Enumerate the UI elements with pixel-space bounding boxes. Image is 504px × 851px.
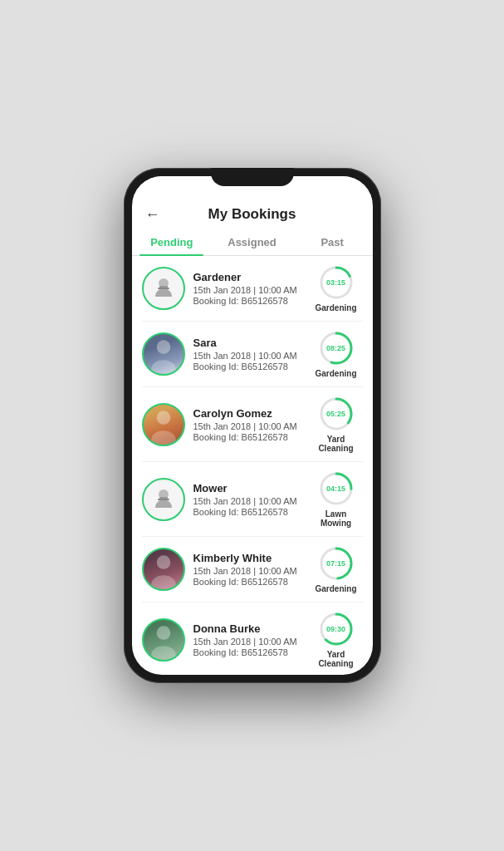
tab-past[interactable]: Past bbox=[292, 229, 373, 255]
tab-pending[interactable]: Pending bbox=[132, 229, 213, 255]
circle-timer: 05:25 bbox=[318, 396, 355, 432]
booking-info: Donna Burke 15th Jan 2018 | 10:00 AM Boo… bbox=[193, 622, 301, 657]
booking-info: Carolyn Gomez 15th Jan 2018 | 10:00 AM B… bbox=[193, 407, 301, 442]
svg-point-10 bbox=[156, 411, 170, 425]
service-label: Lawn Mowing bbox=[310, 509, 363, 528]
list-item[interactable]: Sara 15th Jan 2018 | 10:00 AM Booking Id… bbox=[142, 322, 363, 387]
circle-timer: 07:15 bbox=[318, 545, 355, 582]
booking-info: Gardener 15th Jan 2018 | 10:00 AM Bookin… bbox=[193, 271, 301, 306]
svg-point-21 bbox=[151, 575, 176, 589]
booking-id: Booking Id: B65126578 bbox=[193, 362, 301, 371]
booking-name: Kimberly White bbox=[193, 552, 301, 564]
service-label: Gardening bbox=[315, 303, 356, 312]
booking-id: Booking Id: B65126578 bbox=[193, 432, 301, 442]
booking-date: 15th Jan 2018 | 10:00 AM bbox=[193, 496, 301, 506]
timer-wrap: 09:30 Yard Cleaning bbox=[310, 611, 363, 668]
timer-wrap: 04:15 Lawn Mowing bbox=[310, 470, 363, 528]
timer-text: 08:25 bbox=[326, 344, 345, 352]
circle-timer: 08:25 bbox=[318, 330, 355, 366]
timer-text: 04:15 bbox=[326, 485, 345, 493]
notch bbox=[211, 168, 294, 186]
list-item[interactable]: Kimberly White 15th Jan 2018 | 10:00 AM … bbox=[142, 537, 363, 603]
avatar bbox=[142, 478, 185, 521]
list-item[interactable]: Mower 15th Jan 2018 | 10:00 AM Booking I… bbox=[142, 462, 363, 537]
booking-date: 15th Jan 2018 | 10:00 AM bbox=[193, 285, 301, 295]
header: ← My Bookings bbox=[132, 199, 373, 229]
page-title: My Bookings bbox=[208, 206, 296, 223]
tab-assigned[interactable]: Assigned bbox=[212, 229, 292, 255]
svg-point-11 bbox=[151, 430, 176, 445]
svg-point-7 bbox=[151, 360, 176, 374]
list-item[interactable]: Donna Burke 15th Jan 2018 | 10:00 AM Boo… bbox=[142, 603, 363, 675]
svg-point-24 bbox=[156, 626, 170, 640]
service-label: Yard Cleaning bbox=[310, 650, 363, 668]
booking-name: Carolyn Gomez bbox=[193, 407, 301, 420]
booking-date: 15th Jan 2018 | 10:00 AM bbox=[193, 566, 301, 576]
list-item[interactable]: Gardener 15th Jan 2018 | 10:00 AM Bookin… bbox=[142, 256, 363, 322]
booking-name: Mower bbox=[193, 482, 301, 494]
booking-name: Sara bbox=[193, 337, 301, 349]
booking-date: 15th Jan 2018 | 10:00 AM bbox=[193, 351, 301, 361]
svg-point-6 bbox=[156, 340, 170, 354]
booking-id: Booking Id: B65126578 bbox=[193, 296, 301, 306]
booking-list: Gardener 15th Jan 2018 | 10:00 AM Bookin… bbox=[132, 256, 373, 675]
service-label: Yard Cleaning bbox=[310, 435, 363, 453]
timer-wrap: 05:25 Yard Cleaning bbox=[310, 396, 363, 453]
booking-id: Booking Id: B65126578 bbox=[193, 647, 301, 657]
avatar bbox=[142, 618, 185, 662]
avatar bbox=[142, 332, 185, 376]
timer-wrap: 03:15 Gardening bbox=[310, 264, 363, 312]
timer-text: 09:30 bbox=[326, 625, 345, 633]
svg-point-25 bbox=[151, 646, 176, 660]
circle-timer: 04:15 bbox=[318, 470, 355, 507]
booking-info: Sara 15th Jan 2018 | 10:00 AM Booking Id… bbox=[193, 337, 301, 371]
booking-name: Donna Burke bbox=[193, 622, 301, 635]
booking-id: Booking Id: B65126578 bbox=[193, 507, 301, 517]
service-label: Gardening bbox=[315, 584, 356, 593]
avatar bbox=[142, 548, 185, 591]
svg-rect-17 bbox=[158, 499, 169, 500]
booking-info: Kimberly White 15th Jan 2018 | 10:00 AM … bbox=[193, 552, 301, 587]
booking-id: Booking Id: B65126578 bbox=[193, 577, 301, 587]
avatar bbox=[142, 403, 185, 446]
timer-text: 05:25 bbox=[326, 410, 345, 418]
timer-text: 07:15 bbox=[326, 559, 345, 568]
svg-point-20 bbox=[156, 555, 170, 569]
avatar bbox=[142, 267, 185, 310]
tab-bar: Pending Assigned Past bbox=[132, 229, 373, 256]
booking-info: Mower 15th Jan 2018 | 10:00 AM Booking I… bbox=[193, 482, 301, 517]
timer-wrap: 08:25 Gardening bbox=[310, 330, 363, 378]
booking-date: 15th Jan 2018 | 10:00 AM bbox=[193, 421, 301, 431]
phone-frame: ← My Bookings Pending Assigned Past bbox=[124, 168, 381, 683]
circle-timer: 03:15 bbox=[318, 264, 355, 301]
timer-wrap: 07:15 Gardening bbox=[310, 545, 363, 593]
back-button[interactable]: ← bbox=[145, 206, 160, 224]
booking-date: 15th Jan 2018 | 10:00 AM bbox=[193, 637, 301, 647]
service-label: Gardening bbox=[315, 369, 356, 378]
circle-timer: 09:30 bbox=[318, 611, 355, 647]
booking-name: Gardener bbox=[193, 271, 301, 283]
svg-rect-3 bbox=[158, 288, 169, 289]
timer-text: 03:15 bbox=[326, 278, 345, 287]
phone-screen: ← My Bookings Pending Assigned Past bbox=[132, 176, 373, 675]
list-item[interactable]: Carolyn Gomez 15th Jan 2018 | 10:00 AM B… bbox=[142, 387, 363, 462]
